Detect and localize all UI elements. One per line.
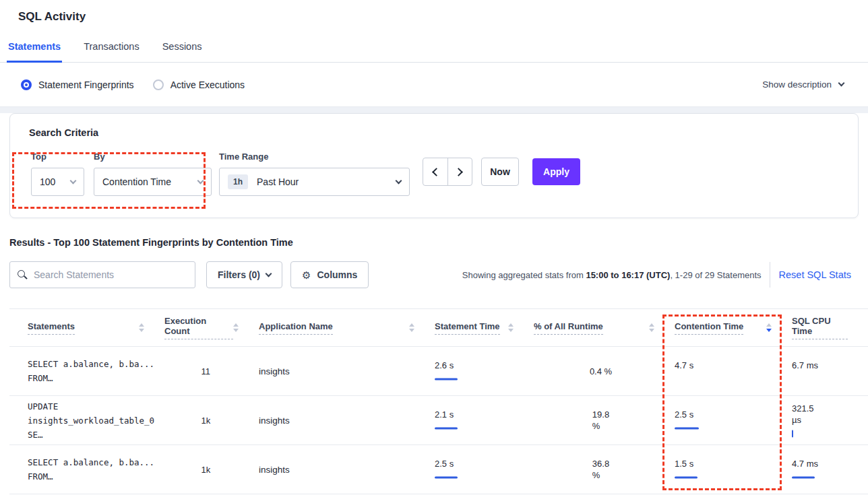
sort-icon[interactable] [139,323,144,332]
search-statements-input[interactable] [34,269,187,280]
contention-time-bar [675,375,792,383]
results-controls: Filters (0) ⚙ Columns Showing aggregated… [9,261,859,288]
tab-statements[interactable]: Statements [7,41,62,63]
chevron-right-icon [454,168,463,176]
tab-sessions[interactable]: Sessions [161,41,204,63]
by-label: By [94,152,212,162]
execution-count-cell: 1k [164,396,259,444]
show-description-label: Show description [762,79,832,90]
execution-count-cell: 11 [164,347,259,395]
top-field-group: Top 100 [31,152,84,196]
statement-time-cell: 2.5 s [435,445,534,494]
header-pct-all-runtime[interactable]: % of All Runtime [534,309,675,346]
sql-cpu-time-cell: 4.7 ms [792,445,868,494]
radio-active-executions[interactable]: Active Executions [153,79,245,90]
filters-button[interactable]: Filters (0) [206,261,282,288]
previous-time-button[interactable] [423,158,448,185]
header-statement-time[interactable]: Statement Time [435,309,534,346]
top-select[interactable]: 100 [31,168,84,196]
sql-cpu-time-cell: 6.7 ms [792,347,868,395]
stats-summary: Showing aggregated stats from 15:00 to 1… [462,270,762,280]
statement-time-cell: 2.1 s [435,396,534,444]
statement-link[interactable]: SELECT a.balance, b.ba... FROM… [9,445,164,494]
application-name-cell: insights [259,445,435,494]
by-select[interactable]: Contention Time [94,168,212,196]
top-label: Top [31,152,84,162]
top-select-value: 100 [40,176,55,187]
statement-link[interactable]: SELECT a.balance, b.ba... FROM… [9,347,164,395]
reset-sql-stats-link[interactable]: Reset SQL Stats [779,269,859,280]
divider-strip [0,107,868,113]
next-time-button[interactable] [448,158,472,185]
time-range-select[interactable]: 1h Past Hour [219,168,410,196]
sql-cpu-time-bar [792,473,868,482]
vertical-divider [770,262,770,288]
statement-time-bar [435,473,534,482]
view-toggle-band: Statement Fingerprints Active Executions… [0,63,868,107]
table-header-row: Statements Execution Count Application N… [9,309,868,347]
apply-button[interactable]: Apply [532,158,580,185]
application-name-cell: insights [259,396,435,444]
sort-icon[interactable] [508,323,514,332]
columns-button[interactable]: ⚙ Columns [290,261,369,288]
table-row: UPDATE insights_workload_table_0 SE… 1k … [9,396,868,445]
show-description-toggle[interactable]: Show description [762,79,844,90]
search-criteria-card: Search Criteria Top 100 By Contention Ti… [9,113,859,218]
sort-icon[interactable] [766,323,772,332]
header-contention-time[interactable]: Contention Time [675,309,792,346]
table-row: SELECT a.balance, b.ba... FROM… 11 insig… [9,347,868,396]
application-name-cell: insights [259,347,435,395]
tab-bar: Statements Transactions Sessions [0,41,868,63]
chevron-down-icon [396,177,402,184]
chevron-down-icon [70,177,77,184]
now-button[interactable]: Now [481,158,519,186]
chevron-down-icon [266,270,272,277]
time-range-label: Time Range [219,152,410,162]
contention-time-cell: 4.7 s [675,347,792,395]
header-application-name[interactable]: Application Name [259,309,435,346]
sql-cpu-time-cell: 321.5 µs [792,396,868,444]
radio-unselected-icon[interactable] [153,79,164,90]
results-heading: Results - Top 100 Statement Fingerprints… [9,237,868,248]
sort-icon[interactable] [233,323,239,332]
filters-label: Filters (0) [218,269,260,280]
header-statements[interactable]: Statements [9,309,164,346]
tab-transactions[interactable]: Transactions [82,41,140,63]
radio-label: Statement Fingerprints [38,79,134,90]
by-field-group: By Contention Time [94,152,212,196]
sort-icon[interactable] [649,323,654,332]
time-range-field-group: Time Range 1h Past Hour [219,152,410,196]
sort-icon[interactable] [409,323,414,332]
search-icon [18,270,28,280]
page-title: SQL Activity [18,9,868,25]
radio-statement-fingerprints[interactable]: Statement Fingerprints [21,79,134,90]
contention-time-bar [675,424,792,432]
gear-icon: ⚙ [302,270,311,280]
contention-time-cell: 1.5 s [675,445,792,494]
statement-time-bar [435,424,534,432]
radio-label: Active Executions [170,79,245,90]
statement-time-cell: 2.6 s [435,347,534,395]
statement-time-bar [435,375,534,383]
search-criteria-heading: Search Criteria [29,127,98,138]
sql-cpu-time-bar [792,375,868,383]
statement-link[interactable]: UPDATE insights_workload_table_0 SE… [9,396,164,444]
time-range-badge: 1h [228,174,248,189]
execution-count-cell: 1k [164,445,259,494]
chevron-down-icon [838,80,845,87]
by-select-value: Contention Time [102,176,171,187]
pct-runtime-cell: 0.4 % [534,347,675,395]
radio-selected-icon[interactable] [21,79,32,90]
pct-runtime-cell: 36.8% [534,445,675,494]
contention-time-bar [675,473,792,482]
table-row: SELECT a.balance, b.ba... FROM… 1k insig… [9,445,868,494]
header-execution-count[interactable]: Execution Count [164,309,259,346]
contention-time-cell: 2.5 s [675,396,792,444]
header-sql-cpu-time[interactable]: SQL CPU Time [792,309,868,346]
columns-label: Columns [317,269,357,280]
statements-table: Statements Execution Count Application N… [9,308,868,494]
search-statements-box[interactable] [9,261,195,288]
chevron-left-icon [432,168,441,176]
time-range-value: Past Hour [257,176,299,187]
sql-cpu-time-bar [792,430,868,438]
